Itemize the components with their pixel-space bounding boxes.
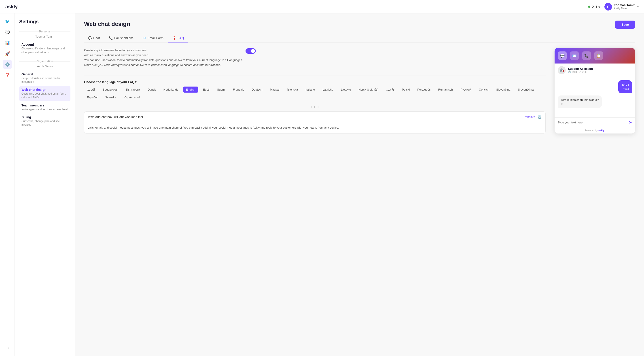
- sidebar-item-web-chat-design[interactable]: Web chat design Customise your chat, add…: [19, 86, 70, 101]
- general-title: General: [22, 72, 68, 76]
- online-badge: Online: [588, 5, 600, 8]
- lang-tag-pl[interactable]: Polski: [399, 86, 413, 92]
- page-header: Web chat design Save: [84, 20, 635, 28]
- chat-preview-chat-icon[interactable]: 💬: [558, 52, 567, 60]
- chat-preview-phone-icon[interactable]: 📞: [582, 52, 591, 60]
- lang-tag-it[interactable]: Italiano: [302, 86, 318, 92]
- avatar: TT: [604, 3, 612, 10]
- message-seen-icon: 👁: [561, 102, 598, 106]
- sidebar-item-billing[interactable]: Billing Subscribe, change plan and see i…: [19, 114, 70, 129]
- lang-tag-fr[interactable]: Français: [230, 86, 247, 92]
- lang-tag-sk[interactable]: Slovenčina: [493, 86, 514, 92]
- account-title: Account: [22, 43, 68, 46]
- content-left: Create a quick answers base for your cus…: [84, 48, 546, 134]
- lang-tag-de[interactable]: Deutsch: [249, 86, 266, 92]
- web-chat-design-desc: Customise your chat, add email form, cal…: [22, 92, 68, 100]
- chat-input[interactable]: [558, 121, 627, 124]
- faq-card: If we add chatbox, will our workload inc…: [84, 111, 546, 134]
- lang-tag-fi[interactable]: Suomi: [214, 86, 228, 92]
- tab-faq[interactable]: ❓ FAQ: [168, 34, 188, 42]
- tab-call-shortlinks[interactable]: 📞 Call shortlinks: [105, 34, 138, 42]
- sidebar-item-settings[interactable]: ⚙️: [3, 60, 12, 69]
- lang-tag-ro[interactable]: Rumantsch: [435, 86, 456, 92]
- icon-sidebar: 🐦 💬 📊 🚀 ⚙️ ❓ ↪: [0, 14, 15, 356]
- logo: askly.: [5, 4, 19, 10]
- faq-tab-icon: ❓: [172, 36, 176, 40]
- lang-tag-sv[interactable]: Svenska: [102, 94, 119, 100]
- account-desc: Choose notifications, languages and othe…: [22, 47, 68, 54]
- faq-toggle-row: Create a quick answers base for your cus…: [84, 48, 546, 71]
- lang-tag-uk[interactable]: Український: [121, 94, 143, 100]
- personal-name: Toomas Tamm: [19, 35, 70, 38]
- lang-tag-da[interactable]: Dansk: [145, 86, 159, 92]
- faq-desc-1: Create a quick answers base for your cus…: [84, 48, 243, 68]
- lang-tag-lv[interactable]: Latviešu: [320, 86, 336, 92]
- lang-tag-hu[interactable]: Magyar: [267, 86, 282, 92]
- chat-tab-icon: 💬: [88, 36, 92, 40]
- content-columns: Create a quick answers base for your cus…: [84, 48, 635, 134]
- user-info[interactable]: TT Toomas Tamm Askly Demo ▾: [604, 3, 639, 10]
- message-incoming: Tere kuidas saan teid aidata? 👁: [558, 96, 602, 108]
- chevron-down-icon: ▾: [637, 5, 639, 8]
- sidebar-item-chat-bubble[interactable]: 🐦: [3, 17, 12, 26]
- sidebar-item-messages[interactable]: 💬: [3, 28, 12, 37]
- sidebar-item-charts[interactable]: 📊: [3, 38, 12, 48]
- message-text-outgoing: Tere !: [622, 83, 629, 86]
- delete-icon[interactable]: 🗑️: [537, 115, 542, 119]
- more-dots: • • •: [84, 105, 546, 110]
- lang-tag-sr[interactable]: Српски: [476, 86, 492, 92]
- sidebar-item-team-members[interactable]: Team members Invite agents and set their…: [19, 102, 70, 113]
- sidebar-item-help[interactable]: ❓: [3, 71, 12, 80]
- lang-tag-nl[interactable]: Nederlands: [160, 86, 181, 92]
- lang-tag-sl[interactable]: Slovenščina: [515, 86, 536, 92]
- lang-tag-es[interactable]: Español: [84, 94, 100, 100]
- lang-tag-be[interactable]: Беларуская: [100, 86, 121, 92]
- user-name: Toomas Tamm: [614, 3, 636, 7]
- org-name: Askly Demo: [19, 65, 70, 68]
- lang-tag-fa[interactable]: فارسی: [383, 86, 397, 92]
- lang-tag-pt[interactable]: Português: [414, 86, 433, 92]
- chat-preview: 💬 ✉️ 📞 📋 🤖 Support Assistant 🕐 09:00 - 1…: [554, 48, 635, 134]
- app-layout: 🐦 💬 📊 🚀 ⚙️ ❓ ↪ Settings Personal Toomas …: [0, 0, 644, 356]
- call-tab-icon: 📞: [109, 36, 113, 40]
- save-button[interactable]: Save: [615, 20, 635, 28]
- lang-tag-lt[interactable]: Lietuvių: [338, 86, 354, 92]
- tab-email-form[interactable]: ✉️ Email Form: [138, 34, 168, 42]
- lang-tag-bg[interactable]: Български: [123, 86, 143, 92]
- powered-by-text: Powered by: [585, 129, 598, 132]
- lang-tag-ru[interactable]: Русский: [458, 86, 474, 92]
- lang-tag-en[interactable]: English: [183, 86, 198, 92]
- tab-chat[interactable]: 💬 Chat: [84, 34, 104, 42]
- sidebar-item-logout[interactable]: ↪: [3, 344, 12, 352]
- send-button[interactable]: ➤: [628, 120, 632, 125]
- chat-agent-row: 🤖 Support Assistant 🕐 09:00 - 17:00: [554, 64, 635, 77]
- faq-card-header: If we add chatbox, will our workload inc…: [84, 112, 546, 122]
- translate-button[interactable]: Translate: [523, 115, 535, 118]
- navbar: askly. Online TT Toomas Tamm Askly Demo …: [0, 0, 644, 14]
- language-section-title: Choose the language of your FAQs:: [84, 80, 546, 84]
- sidebar-item-rocket[interactable]: 🚀: [3, 49, 12, 58]
- settings-title: Settings: [19, 19, 70, 24]
- online-dot-icon: [588, 6, 590, 8]
- nav-right: Online TT Toomas Tamm Askly Demo ▾: [588, 3, 639, 10]
- general-desc: Script, tutorials and social media integ…: [22, 76, 68, 84]
- faq-toggle[interactable]: [246, 48, 256, 54]
- sidebar-item-general[interactable]: General Script, tutorials and social med…: [19, 71, 70, 86]
- faq-tab-label: FAQ: [178, 36, 184, 40]
- personal-section-label: Personal: [19, 30, 70, 33]
- online-status: Online: [592, 5, 600, 8]
- chat-preview-email-icon[interactable]: ✉️: [570, 52, 579, 60]
- lang-tag-ar[interactable]: العربية: [84, 86, 98, 92]
- faq-description: Create a quick answers base for your cus…: [84, 48, 243, 71]
- message-time: 15:04: [622, 88, 629, 91]
- lang-tag-et[interactable]: Eesti: [200, 86, 212, 92]
- lang-tag-is[interactable]: Íslenska: [284, 86, 301, 92]
- chat-preview-faq-icon[interactable]: 📋: [594, 52, 603, 60]
- lang-tag-no[interactable]: Norsk (bokmål): [356, 86, 381, 92]
- powered-logo: askly.: [598, 129, 605, 132]
- email-tab-label: Email Form: [148, 36, 164, 40]
- agent-hours: 🕐 09:00 - 17:00: [568, 70, 593, 73]
- chat-input-row[interactable]: ➤: [554, 118, 635, 127]
- language-tags: العربيةБеларускаяБългарскиDanskNederland…: [84, 86, 546, 100]
- sidebar-item-account[interactable]: Account Choose notifications, languages …: [19, 41, 70, 56]
